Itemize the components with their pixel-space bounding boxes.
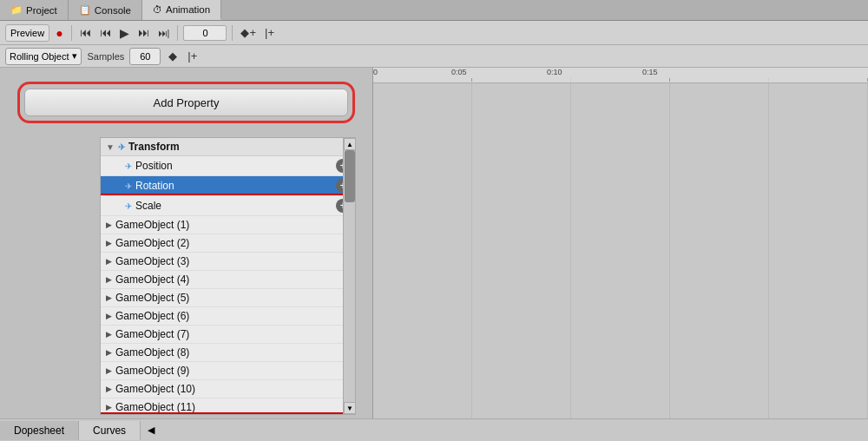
rotation-bottom-line [101,194,355,195]
grid-col-2 [472,83,571,418]
tab-curves[interactable]: Curves [79,421,141,440]
go-label-4: GameObject (4) [115,273,189,286]
go-triangle-1: ▶ [106,220,112,229]
play-button[interactable]: ▶ [117,25,132,41]
samples-label: Samples [87,51,124,62]
go-end-button[interactable]: ⏭| [155,27,173,39]
scroll-thumb[interactable] [345,150,355,202]
step-fwd-button[interactable]: ⏭ [135,25,152,40]
scale-transform-icon: ✈ [125,201,132,211]
gameobject-item-2[interactable]: ▶GameObject (2) [101,234,355,253]
scroll-up-btn[interactable]: ▲ [344,138,356,150]
go-label-7: GameObject (7) [115,328,189,340]
go-label-9: GameObject (9) [115,365,189,377]
bottom-tabs: Dopesheet Curves ◀ [0,418,868,441]
grid-col-1 [373,83,472,418]
property-item-position[interactable]: ✈ Position + [101,156,355,176]
add-frame-btn[interactable]: |+ [185,49,200,63]
grid-lines [373,83,868,418]
gameobject-item-1[interactable]: ▶GameObject (1) [101,216,355,234]
object-name: Rolling Object [10,51,69,62]
gameobject-item-3[interactable]: ▶GameObject (3) [101,253,355,271]
go-label-5: GameObject (5) [115,292,189,304]
tab-project[interactable]: 📁 Project [0,0,69,20]
grid-col-5 [769,83,868,418]
go-label-6: GameObject (6) [115,310,189,322]
gameobject-item-6[interactable]: ▶GameObject (6) [101,307,355,326]
tab-dopesheet[interactable]: Dopesheet [0,421,79,440]
gameobject-item-7[interactable]: ▶GameObject (7) [101,326,355,344]
go-triangle-2: ▶ [106,239,112,247]
go-label-8: GameObject (8) [115,346,189,359]
scroll-down-btn[interactable]: ▼ [344,402,356,414]
go-label-2: GameObject (2) [115,237,189,249]
tab-animation[interactable]: ⏱ Animation [142,0,221,20]
rotation-transform-icon: ✈ [125,181,132,191]
property-item-scale[interactable]: ✈ Scale + [101,196,355,216]
go-label-10: GameObject (10) [115,383,195,395]
rotation-label: Rotation [135,180,174,192]
record-button[interactable]: ● [53,25,65,41]
go-triangle-5: ▶ [106,293,112,302]
project-icon: 📁 [10,4,23,16]
go-triangle-8: ▶ [106,348,112,357]
animation-icon: ⏱ [153,4,162,15]
property-list-panel: ▼ ✈ Transform ✈ Position + ✈ Rotation + … [100,137,356,415]
tab-bar: 📁 Project 📋 Console ⏱ Animation [0,0,868,21]
go-triangle-6: ▶ [106,312,112,320]
go-label-3: GameObject (3) [115,255,189,267]
diamond-btn[interactable]: ◆ [166,49,180,63]
diamond-key-button[interactable]: ◆+ [238,25,259,40]
preview-button[interactable]: Preview [5,24,49,42]
add-property-highlight: Add Property [17,82,355,123]
transform-red-line [101,412,343,414]
gameobject-list: ▶GameObject (1)▶GameObject (2)▶GameObjec… [101,216,355,415]
go-triangle-4: ▶ [106,275,112,284]
timeline-grid [373,83,868,418]
property-item-rotation[interactable]: ✈ Rotation + [101,176,355,196]
curves-label: Curves [93,425,126,437]
ruler-mark-015: 0:15 [642,68,658,76]
preview-label: Preview [10,28,44,38]
samples-input[interactable] [129,48,161,65]
toolbar: Preview ● ⏮ ⏭ ▶ ⏭ ⏭| 0 ◆+ |+ [0,21,868,45]
scale-label: Scale [135,200,161,212]
frame-display[interactable]: 0 [183,25,227,41]
object-row: Rolling Object ▾ Samples ◆ |+ [0,45,868,68]
toolbar-separator-2 [177,25,178,41]
add-property-label: Add Property [154,96,220,109]
go-triangle-10: ▶ [106,385,112,393]
object-select[interactable]: Rolling Object ▾ [5,48,82,65]
toolbar-separator-3 [232,25,233,41]
scroll-track[interactable]: ▲ ▼ [343,138,355,414]
transform-header[interactable]: ▼ ✈ Transform [101,138,355,156]
collapse-icon: ▼ [106,142,115,152]
timeline-scroll-left[interactable]: ◀ [141,421,161,439]
step-back-button[interactable]: ⏭ [97,25,114,40]
go-triangle-9: ▶ [106,366,112,375]
right-panel: 0 0:05 0:10 0:15 [373,68,868,418]
position-label: Position [135,160,173,172]
object-select-arrow: ▾ [72,50,77,62]
main-area: Add Property ▼ ✈ Transform ✈ Position + … [0,68,868,418]
toolbar-separator-1 [71,25,72,41]
transform-label: Transform [128,141,180,153]
gameobject-item-5[interactable]: ▶GameObject (5) [101,289,355,307]
dopesheet-label: Dopesheet [14,425,64,437]
tab-project-label: Project [26,5,57,16]
go-triangle-3: ▶ [106,257,112,266]
gameobject-item-8[interactable]: ▶GameObject (8) [101,344,355,362]
gameobject-item-9[interactable]: ▶GameObject (9) [101,362,355,380]
add-keyframe-button[interactable]: |+ [262,25,277,40]
go-triangle-7: ▶ [106,330,112,339]
tab-console-label: Console [95,5,131,16]
go-label-11: GameObject (11) [115,401,195,413]
console-icon: 📋 [79,4,91,16]
gameobject-item-10[interactable]: ▶GameObject (10) [101,380,355,398]
tab-animation-label: Animation [166,4,210,15]
tab-console[interactable]: 📋 Console [69,0,142,20]
go-label-1: GameObject (1) [115,219,189,231]
gameobject-item-4[interactable]: ▶GameObject (4) [101,271,355,289]
go-start-button[interactable]: ⏮ [77,25,94,40]
add-property-button[interactable]: Add Property [24,89,348,116]
